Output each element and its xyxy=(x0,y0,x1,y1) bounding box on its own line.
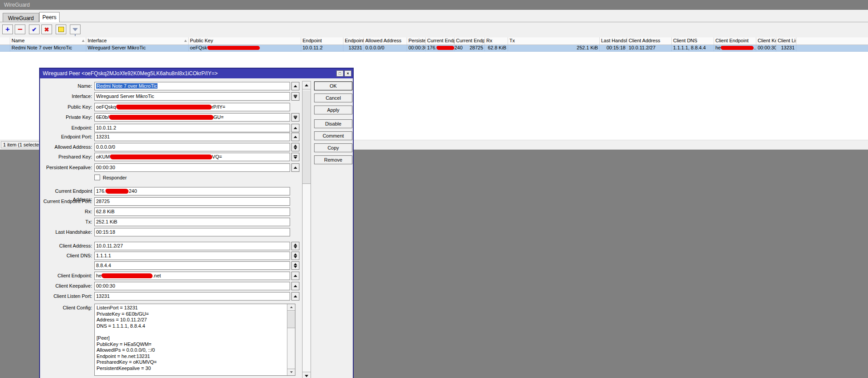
column-tx[interactable]: Tx xyxy=(508,37,600,45)
persistent-keepalive-up-button[interactable] xyxy=(291,163,299,172)
column-interface[interactable]: Interface xyxy=(86,37,189,45)
responder-label: Responder xyxy=(103,175,127,181)
client-address-updown-button[interactable] xyxy=(291,242,299,250)
client-dns-updown-button[interactable] xyxy=(291,252,299,260)
interface-dropdown-button[interactable] xyxy=(291,92,299,101)
dialog-title: Wireguard Peer <oeFQskq2MJoXfe92K0Meg5LK… xyxy=(43,69,335,78)
copy-button[interactable]: Copy xyxy=(314,143,352,152)
interface-input[interactable]: Wireguard Server MikroTic xyxy=(94,92,290,101)
column-client-dns[interactable]: Client DNS xyxy=(672,37,714,45)
cell-endpoint: 10.0.11.2 xyxy=(301,45,343,51)
client-endpoint-label: Client Endpoint: xyxy=(40,272,92,280)
dialog-scrollbar[interactable] xyxy=(302,81,311,378)
comment-button[interactable] xyxy=(56,24,66,34)
private-key-input[interactable]: 6E0b/GU= xyxy=(94,113,290,122)
client-listen-port-up-button[interactable] xyxy=(291,292,299,301)
current-endpoint-port-label: Current Endpoint Port: xyxy=(40,197,92,206)
column-public-key[interactable]: Public Key xyxy=(189,37,301,45)
disable-button[interactable]: Disable xyxy=(314,119,352,128)
column-endpoint-port[interactable]: Endpoint ... xyxy=(343,37,364,45)
persistent-keepalive-input[interactable]: 00:00:30 xyxy=(94,163,290,172)
client-dns2-updown-button[interactable] xyxy=(291,261,299,270)
column-persistent-keepalive[interactable]: Persiste... xyxy=(407,37,426,45)
redaction-blob xyxy=(101,273,153,278)
column-current-endpoint-port[interactable]: Current Endp... xyxy=(455,37,485,45)
client-dns2-input[interactable]: 8.8.4.4 xyxy=(94,261,290,270)
cell-allowed-address: 0.0.0.0/0 xyxy=(364,45,407,51)
column-current-endpoint-address[interactable]: Current Endp... xyxy=(426,37,455,45)
client-dns-input[interactable]: 1.1.1.1 xyxy=(94,252,290,260)
client-config-textarea[interactable]: ListenPort = 13231 PrivateKey = 6E0b/GU=… xyxy=(94,304,295,376)
maximize-icon[interactable]: □ xyxy=(336,70,343,77)
apply-button[interactable]: Apply xyxy=(314,106,352,114)
cell-public-key: oeFQsk xyxy=(189,45,301,51)
client-keepalive-up-button[interactable] xyxy=(291,282,299,290)
scroll-down-icon[interactable] xyxy=(287,369,295,375)
scroll-up-icon[interactable] xyxy=(303,81,311,89)
endpoint-port-input[interactable]: 13231 xyxy=(94,133,290,141)
column-client-address[interactable]: Client Address xyxy=(627,37,672,45)
up-down-arrows-icon xyxy=(294,145,297,147)
column-client-listen-port[interactable]: Client Lis... xyxy=(776,37,796,45)
client-keepalive-input[interactable]: 00:00:30 xyxy=(94,282,290,290)
ok-button[interactable]: OK xyxy=(314,81,352,90)
disable-button[interactable]: ✖ xyxy=(41,24,52,34)
client-config-scrollbar[interactable] xyxy=(287,304,295,375)
column-endpoint[interactable]: Endpoint xyxy=(301,37,343,45)
private-key-dropdown-button[interactable] xyxy=(291,113,299,122)
add-button[interactable]: + xyxy=(2,24,13,34)
client-keepalive-label: Client Keepalive: xyxy=(40,282,92,290)
endpoint-port-up-button[interactable] xyxy=(291,133,299,141)
column-last-handshake[interactable]: Last Handsha... xyxy=(600,37,627,45)
comment-button[interactable]: Comment xyxy=(314,131,352,140)
tab-wireguard[interactable]: WireGuard xyxy=(3,13,39,22)
enable-button[interactable]: ✔ xyxy=(29,24,40,34)
endpoint-up-button[interactable] xyxy=(291,124,299,132)
client-config-label: Client Config: xyxy=(40,304,92,312)
remove-button[interactable]: Remove xyxy=(314,155,352,164)
scrollbar-thumb[interactable] xyxy=(303,90,311,184)
column-client-endpoint[interactable]: Client Endpoint xyxy=(714,37,756,45)
responder-checkbox[interactable] xyxy=(94,175,100,180)
toolbar: + − ✔ ✖ xyxy=(2,24,82,35)
close-icon[interactable]: × xyxy=(344,70,351,77)
tab-wireguard-label: WireGuard xyxy=(8,15,34,21)
column-allowed-address[interactable]: Allowed Address xyxy=(364,37,407,45)
column-rx[interactable]: Rx xyxy=(485,37,508,45)
column-name[interactable]: Name xyxy=(10,37,86,45)
scroll-down-icon[interactable] xyxy=(303,372,311,378)
preshared-key-input[interactable]: oKUMVQ= xyxy=(94,153,290,161)
cancel-button[interactable]: Cancel xyxy=(314,93,352,102)
scrollbar-thumb[interactable] xyxy=(287,311,295,328)
scroll-up-icon[interactable] xyxy=(287,304,295,311)
allowed-address-input[interactable]: 0.0.0.0/0 xyxy=(94,143,290,151)
public-key-input[interactable]: oeFQskqrP/IY= xyxy=(94,103,290,111)
funnel-icon xyxy=(73,28,78,31)
tab-strip-divider xyxy=(0,22,868,22)
allowed-address-label: Allowed Address: xyxy=(40,143,92,151)
table-row[interactable]: Redmi Note 7 over MicroTic Wireguard Ser… xyxy=(0,45,868,52)
client-endpoint-input[interactable]: he.net xyxy=(94,272,290,280)
name-up-button[interactable] xyxy=(291,82,299,90)
column-flag[interactable] xyxy=(0,37,10,45)
endpoint-input[interactable]: 10.0.11.2 xyxy=(94,124,290,132)
up-arrow-icon xyxy=(294,136,297,138)
tab-peers[interactable]: Peers xyxy=(39,12,60,22)
endpoint-port-label: Endpoint Port: xyxy=(40,133,92,141)
name-label: Name: xyxy=(40,82,92,90)
allowed-address-updown-button[interactable] xyxy=(291,143,299,151)
client-listen-port-label: Client Listen Port: xyxy=(40,292,92,301)
filter-button[interactable] xyxy=(70,24,81,34)
note-icon xyxy=(58,27,64,32)
preshared-key-dropdown-button[interactable] xyxy=(291,153,299,161)
dialog-titlebar[interactable]: Wireguard Peer <oeFQskq2MJoXfe92K0Meg5LK… xyxy=(40,69,353,78)
client-endpoint-up-button[interactable] xyxy=(291,272,299,280)
cell-client-keepalive: 00:00:30 xyxy=(756,45,776,51)
client-address-input[interactable]: 10.0.11.2/27 xyxy=(94,242,290,250)
redaction-blob xyxy=(436,46,454,50)
redaction-blob xyxy=(105,189,129,194)
client-listen-port-input[interactable]: 13231 xyxy=(94,292,290,301)
column-client-keepalive[interactable]: Client Ke... xyxy=(756,37,776,45)
remove-button[interactable]: − xyxy=(15,24,25,34)
name-input[interactable]: Redmi Note 7 over MicroTic xyxy=(94,82,290,90)
